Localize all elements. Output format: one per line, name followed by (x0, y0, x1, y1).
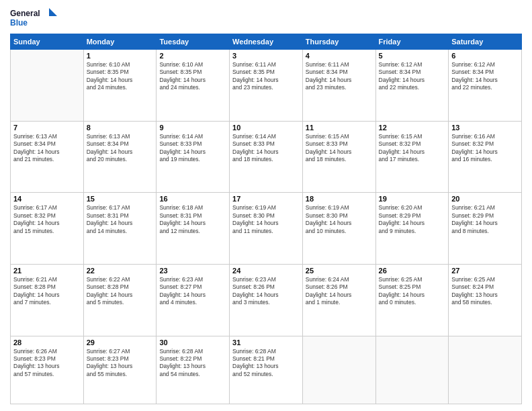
cell-content-line: Daylight: 14 hours (87, 148, 154, 156)
day-number: 14 (13, 195, 81, 203)
cell-content-line: Sunrise: 6:23 AM (232, 276, 300, 283)
calendar-week-row: 21Sunrise: 6:21 AMSunset: 8:28 PMDayligh… (11, 264, 522, 336)
cell-content-line: Sunset: 8:34 PM (13, 140, 81, 148)
day-number: 29 (87, 338, 154, 347)
day-number: 31 (232, 338, 300, 347)
day-number: 2 (159, 52, 226, 60)
cell-content-line: Sunset: 8:27 PM (159, 283, 226, 291)
cell-content-line: Sunrise: 6:25 AM (451, 276, 519, 283)
day-number: 22 (87, 267, 154, 275)
cell-content-line: and 1 minute. (306, 299, 373, 306)
calendar-cell: 10Sunrise: 6:14 AMSunset: 8:33 PMDayligh… (230, 121, 303, 193)
cell-content-line: Sunset: 8:35 PM (87, 68, 154, 76)
calendar-week-row: 14Sunrise: 6:17 AMSunset: 8:32 PMDayligh… (11, 193, 522, 265)
cell-content-line: Sunrise: 6:14 AM (159, 133, 226, 140)
day-number: 1 (87, 52, 154, 60)
cell-content-line: and 3 minutes. (232, 299, 300, 306)
cell-content-line: Sunrise: 6:10 AM (159, 61, 226, 68)
calendar-cell: 15Sunrise: 6:17 AMSunset: 8:31 PMDayligh… (83, 193, 157, 265)
svg-text:Blue: Blue (10, 18, 28, 28)
calendar-cell: 27Sunrise: 6:25 AMSunset: 8:24 PMDayligh… (449, 264, 522, 336)
day-number: 11 (306, 124, 373, 132)
cell-content-line: Daylight: 14 hours (232, 77, 300, 84)
day-number: 27 (451, 267, 519, 275)
calendar-cell: 12Sunrise: 6:15 AMSunset: 8:32 PMDayligh… (375, 121, 449, 193)
cell-content-line: Daylight: 14 hours (451, 148, 519, 156)
calendar-cell: 19Sunrise: 6:20 AMSunset: 8:29 PMDayligh… (375, 193, 449, 265)
cell-content-line: Sunset: 8:23 PM (87, 355, 154, 363)
calendar-cell: 9Sunrise: 6:14 AMSunset: 8:33 PMDaylight… (157, 121, 230, 193)
cell-content-line: and 57 minutes. (13, 371, 81, 378)
cell-content-line: and 18 minutes. (306, 156, 373, 163)
cell-content-line: and 18 minutes. (232, 156, 300, 163)
cell-content-line: and 20 minutes. (87, 156, 154, 163)
calendar-cell: 1Sunrise: 6:10 AMSunset: 8:35 PMDaylight… (83, 50, 157, 122)
day-number: 10 (232, 124, 300, 132)
cell-content-line: and 22 minutes. (379, 84, 446, 91)
cell-content-line: Sunset: 8:31 PM (159, 212, 226, 220)
cell-content-line: and 58 minutes. (451, 299, 519, 306)
cell-content-line: Daylight: 14 hours (379, 148, 446, 156)
cell-content-line: and 15 minutes. (13, 228, 81, 235)
cell-content-line: and 54 minutes. (159, 371, 226, 378)
cell-content-line: and 5 minutes. (87, 299, 154, 306)
cell-content-line: Sunset: 8:33 PM (306, 140, 373, 148)
cell-content-line: Daylight: 13 hours (159, 363, 226, 370)
calendar-day-header: Friday (375, 34, 449, 50)
cell-content-line: and 52 minutes. (232, 371, 300, 378)
cell-content-line: Daylight: 14 hours (232, 291, 300, 299)
cell-content-line: Sunset: 8:31 PM (87, 212, 154, 220)
cell-content-line: Daylight: 14 hours (87, 77, 154, 84)
day-number: 13 (451, 124, 519, 132)
calendar-cell: 28Sunrise: 6:26 AMSunset: 8:23 PMDayligh… (11, 336, 84, 404)
cell-content-line: Sunrise: 6:21 AM (13, 276, 81, 283)
cell-content-line: Sunset: 8:35 PM (159, 68, 226, 76)
cell-content-line: and 12 minutes. (159, 228, 226, 235)
calendar-day-header: Sunday (11, 34, 84, 50)
calendar-week-row: 7Sunrise: 6:13 AMSunset: 8:34 PMDaylight… (11, 121, 522, 193)
cell-content-line: and 24 minutes. (87, 84, 154, 91)
cell-content-line: Sunrise: 6:14 AM (232, 133, 300, 140)
day-number: 23 (159, 267, 226, 275)
cell-content-line: Daylight: 14 hours (451, 77, 519, 84)
calendar-day-header: Tuesday (157, 34, 230, 50)
header: General Blue (10, 7, 522, 28)
cell-content-line: Sunrise: 6:11 AM (232, 61, 300, 68)
cell-content-line: Sunset: 8:24 PM (451, 283, 519, 291)
calendar-cell: 13Sunrise: 6:16 AMSunset: 8:32 PMDayligh… (449, 121, 522, 193)
cell-content-line: Daylight: 14 hours (13, 148, 81, 156)
cell-content-line: Sunrise: 6:23 AM (159, 276, 226, 283)
cell-content-line: and 7 minutes. (13, 299, 81, 306)
cell-content-line: Daylight: 14 hours (159, 77, 226, 84)
cell-content-line: and 23 minutes. (306, 84, 373, 91)
cell-content-line: and 23 minutes. (232, 84, 300, 91)
day-number: 18 (306, 195, 373, 203)
day-number: 21 (13, 267, 81, 275)
cell-content-line: Daylight: 14 hours (232, 148, 300, 156)
day-number: 5 (379, 52, 446, 60)
cell-content-line: Sunrise: 6:21 AM (451, 204, 519, 212)
calendar-cell: 26Sunrise: 6:25 AMSunset: 8:25 PMDayligh… (375, 264, 449, 336)
calendar-cell: 18Sunrise: 6:19 AMSunset: 8:30 PMDayligh… (302, 193, 375, 265)
svg-marker-2 (49, 8, 57, 16)
cell-content-line: and 9 minutes. (379, 228, 446, 235)
cell-content-line: Sunrise: 6:27 AM (87, 348, 154, 355)
calendar-cell: 22Sunrise: 6:22 AMSunset: 8:28 PMDayligh… (83, 264, 157, 336)
cell-content-line: Sunrise: 6:22 AM (87, 276, 154, 283)
cell-content-line: and 55 minutes. (87, 371, 154, 378)
day-number: 12 (379, 124, 446, 132)
cell-content-line: and 24 minutes. (159, 84, 226, 91)
cell-content-line: Sunset: 8:29 PM (451, 212, 519, 220)
day-number: 3 (232, 52, 300, 60)
cell-content-line: Daylight: 14 hours (87, 220, 154, 227)
cell-content-line: Sunset: 8:23 PM (13, 355, 81, 363)
cell-content-line: Daylight: 14 hours (87, 291, 154, 299)
cell-content-line: Daylight: 14 hours (379, 291, 446, 299)
day-number: 20 (451, 195, 519, 203)
cell-content-line: Sunrise: 6:28 AM (159, 348, 226, 355)
cell-content-line: Sunrise: 6:19 AM (306, 204, 373, 212)
cell-content-line: and 22 minutes. (451, 84, 519, 91)
calendar-day-header: Monday (83, 34, 157, 50)
calendar-cell: 3Sunrise: 6:11 AMSunset: 8:35 PMDaylight… (230, 50, 303, 122)
day-number: 19 (379, 195, 446, 203)
